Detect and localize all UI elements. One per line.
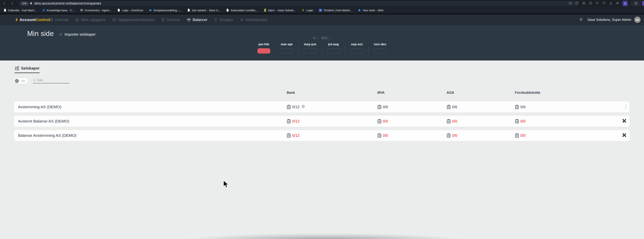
pureservice-ring-icon xyxy=(80,9,83,12)
cube-icon[interactable] xyxy=(630,1,641,6)
search-input[interactable] xyxy=(37,78,65,82)
period-jul-aug: jul-aug xyxy=(322,43,345,54)
table-row[interactable]: Balanse Avstemming AS (DEMO) 0/12 0/0 0/… xyxy=(14,130,630,141)
download-icon[interactable] xyxy=(609,1,613,6)
blue-tile-icon xyxy=(319,9,322,12)
bookmark-item[interactable]: Pureservice - Agent... xyxy=(80,9,112,12)
nav-administrator[interactable]: Administrator xyxy=(240,18,268,22)
clipboard-icon xyxy=(377,119,382,124)
cancel-circle-icon[interactable] xyxy=(589,1,592,6)
period-pill[interactable] xyxy=(327,48,340,54)
building-icon xyxy=(15,66,20,71)
nav-kontoer[interactable]: Kontoer xyxy=(161,18,180,22)
grid-icon xyxy=(49,18,53,22)
back-icon[interactable] xyxy=(3,2,6,5)
profile-icon[interactable] xyxy=(622,1,628,6)
tools-icon[interactable] xyxy=(622,119,630,124)
notifications-bell-icon[interactable] xyxy=(579,18,583,22)
search-field xyxy=(33,78,70,83)
camera-icon[interactable] xyxy=(582,1,586,6)
tools-icon[interactable] xyxy=(622,133,630,138)
company-name: Avstemt Balanse AS (DEMO) xyxy=(14,119,287,123)
period-pill[interactable] xyxy=(258,48,270,54)
row-menu-kebab-icon[interactable] xyxy=(622,104,630,110)
bookmark-item[interactable]: Login xyxy=(302,9,313,12)
nav-grupper[interactable]: Grupper xyxy=(214,18,233,22)
clipboard-icon xyxy=(446,133,451,138)
period-pill[interactable] xyxy=(280,48,293,54)
bottom-shadow xyxy=(160,232,490,239)
nav-oversikt[interactable]: Oversikt xyxy=(49,18,69,22)
heart-icon[interactable] xyxy=(602,1,606,6)
table-header: Bank MVA AGA Forskuddstrekk xyxy=(14,90,630,95)
period-mar-apr: mar-apr xyxy=(275,43,298,54)
forward-icon[interactable] xyxy=(10,2,14,5)
bookmarks-bar: Calendar - Karl Marti... Knowledge base … xyxy=(0,7,644,14)
mva-cell: 0/0 xyxy=(377,133,446,138)
briefcase-icon xyxy=(112,18,116,22)
table-row[interactable]: Avstemt Balanse AS (DEMO) 0/12 0/0 0/0 0… xyxy=(14,116,630,127)
nav-balancer[interactable]: Balancer xyxy=(187,18,208,22)
main-nav: Oversikt Mine oppgaver Oppgaveadministra… xyxy=(49,14,268,25)
period-pill[interactable] xyxy=(374,48,386,54)
doc-icon xyxy=(226,9,229,12)
account-control-logo[interactable]: AccountControl xyxy=(15,14,50,25)
column-bank: Bank xyxy=(287,91,377,95)
refresh-icon xyxy=(58,33,63,37)
period-jan-feb: jan-feb xyxy=(252,43,275,54)
table-row[interactable]: Avstemming AS (DEMO) 0/12 0/6 0/6 0/6 xyxy=(14,101,630,112)
main-content: Selskaper Alle Bank MVA AGA Forskuddstre… xyxy=(0,61,644,239)
avatar[interactable]: SS xyxy=(634,17,640,23)
clipboard-icon xyxy=(287,119,291,124)
search-icon xyxy=(33,79,36,82)
bookmark-item[interactable]: Knowledge base - C... xyxy=(42,9,74,12)
period-nov-dec: nov-dec xyxy=(369,43,392,54)
toggle-knob xyxy=(15,79,19,83)
bookmark-item[interactable]: Timeline | Karl Martin... xyxy=(319,9,352,12)
bookmark-item[interactable]: Your work - JIRA xyxy=(358,9,384,12)
bookmark-item[interactable]: Get started – Save S... xyxy=(187,9,220,12)
doc-icon xyxy=(117,9,120,12)
tab-selskaper[interactable]: Selskaper xyxy=(15,66,40,73)
year-dropdown[interactable]: 2021 xyxy=(321,37,331,40)
clipboard-icon xyxy=(446,119,451,124)
address-bar[interactable]: VPN dmo.accountcontrol.no/balancer/compa… xyxy=(19,1,578,6)
app-header: AccountControl Oversikt Mine oppgaver Op… xyxy=(0,14,644,25)
clipboard-icon xyxy=(446,104,451,109)
compose-icon[interactable] xyxy=(575,1,579,6)
period-pill[interactable] xyxy=(304,48,316,54)
all-filter-toggle[interactable]: Alle xyxy=(14,78,28,84)
month-dropdown[interactable]: 6 xyxy=(313,37,318,40)
cloud-icon xyxy=(149,9,152,12)
mva-cell: 0/6 xyxy=(377,104,446,109)
import-companies-button[interactable]: Importer selskaper xyxy=(58,32,96,37)
send-icon[interactable] xyxy=(596,1,599,6)
clipboard-icon xyxy=(515,119,519,124)
bookmark-item[interactable]: Kompetansedeling –... xyxy=(149,9,182,12)
aga-cell: 0/0 xyxy=(446,119,515,124)
bank-cell: 0/12 xyxy=(287,133,377,138)
bank-cell: 0/12 xyxy=(287,119,377,124)
bookmark-item[interactable]: Hjem – Save Solutio... xyxy=(264,9,296,12)
sliders-icon[interactable] xyxy=(616,1,620,6)
mva-cell: 0/0 xyxy=(377,119,446,124)
chevron-down-icon xyxy=(328,37,331,39)
smiley-icon[interactable] xyxy=(568,1,572,6)
url-text: dmo.accountcontrol.no/balancer/companies xyxy=(34,2,101,6)
lightning-icon xyxy=(302,9,305,12)
bookmark-item[interactable]: Calendar - Karl Marti... xyxy=(4,9,36,12)
chevron-down-icon xyxy=(316,37,318,39)
nav-mine-oppgaver[interactable]: Mine oppgaver xyxy=(75,18,106,22)
page-title: Min side xyxy=(27,30,54,38)
company-table: Avstemming AS (DEMO) 0/12 0/6 0/6 0/6 Av… xyxy=(14,101,630,144)
clipboard-icon xyxy=(515,104,519,109)
vpn-badge[interactable]: VPN xyxy=(21,2,28,5)
bookmark-item[interactable]: Logo – OneDrive xyxy=(117,9,143,12)
period-selector: 6 2021 jan-feb mar-apr may-jun jul-aug s… xyxy=(252,37,392,54)
info-icon[interactable] xyxy=(301,105,305,109)
forskuddstrekk-cell: 0/0 xyxy=(515,133,622,138)
user-name[interactable]: Save Solutions, Super Admin xyxy=(588,18,631,22)
nav-oppgaveadministrator[interactable]: Oppgaveadministrator xyxy=(112,18,155,22)
bookmark-item[interactable]: Automation conditio... xyxy=(226,9,258,12)
period-pill[interactable] xyxy=(350,48,363,54)
